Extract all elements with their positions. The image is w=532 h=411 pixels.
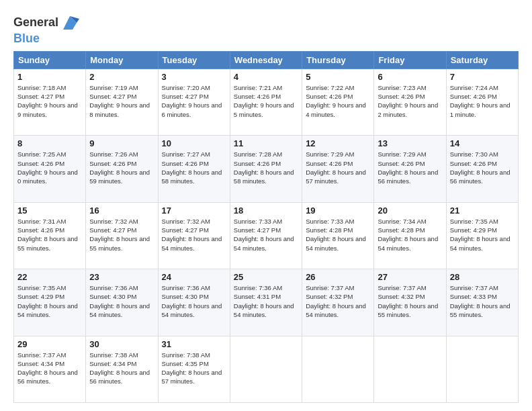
day-number: 5 [306, 72, 370, 82]
calendar-cell: 4Sunrise: 7:21 AMSunset: 4:26 PMDaylight… [230, 68, 302, 135]
calendar-cell: 19Sunrise: 7:33 AMSunset: 4:28 PMDayligh… [302, 202, 374, 269]
day-number: 11 [234, 138, 298, 148]
day-info: Sunrise: 7:23 AMSunset: 4:26 PMDaylight:… [378, 83, 442, 119]
day-number: 10 [162, 138, 226, 148]
logo: General Blue [13, 13, 79, 46]
weekday-header-thursday: Thursday [302, 51, 374, 68]
day-info: Sunrise: 7:33 AMSunset: 4:27 PMDaylight:… [234, 217, 298, 253]
day-number: 22 [17, 272, 82, 282]
weekday-header-friday: Friday [374, 51, 446, 68]
day-number: 16 [89, 205, 154, 216]
calendar-cell: 5Sunrise: 7:22 AMSunset: 4:26 PMDaylight… [302, 68, 374, 135]
day-info: Sunrise: 7:33 AMSunset: 4:28 PMDaylight:… [306, 217, 370, 253]
day-info: Sunrise: 7:24 AMSunset: 4:26 PMDaylight:… [450, 83, 515, 119]
day-info: Sunrise: 7:35 AMSunset: 4:29 PMDaylight:… [450, 217, 515, 253]
day-number: 24 [162, 272, 226, 282]
day-info: Sunrise: 7:34 AMSunset: 4:28 PMDaylight:… [378, 217, 442, 253]
calendar-cell: 12Sunrise: 7:29 AMSunset: 4:26 PMDayligh… [302, 136, 374, 202]
day-info: Sunrise: 7:36 AMSunset: 4:30 PMDaylight:… [162, 283, 226, 319]
day-number: 15 [17, 205, 82, 216]
day-number: 3 [162, 72, 226, 82]
logo-text: General [13, 16, 58, 30]
calendar-cell: 23Sunrise: 7:36 AMSunset: 4:30 PMDayligh… [86, 269, 158, 336]
day-info: Sunrise: 7:35 AMSunset: 4:29 PMDaylight:… [17, 283, 82, 319]
day-info: Sunrise: 7:25 AMSunset: 4:26 PMDaylight:… [17, 150, 82, 185]
calendar-cell: 17Sunrise: 7:32 AMSunset: 4:27 PMDayligh… [158, 202, 230, 269]
day-info: Sunrise: 7:29 AMSunset: 4:26 PMDaylight:… [378, 150, 442, 185]
calendar-cell: 28Sunrise: 7:37 AMSunset: 4:33 PMDayligh… [446, 269, 518, 336]
calendar-cell: 16Sunrise: 7:32 AMSunset: 4:27 PMDayligh… [86, 202, 158, 269]
day-info: Sunrise: 7:32 AMSunset: 4:27 PMDaylight:… [162, 217, 226, 253]
calendar-cell [374, 336, 446, 402]
calendar-cell: 7Sunrise: 7:24 AMSunset: 4:26 PMDaylight… [446, 68, 518, 135]
day-info: Sunrise: 7:38 AMSunset: 4:35 PMDaylight:… [162, 351, 226, 386]
calendar-cell [302, 336, 374, 402]
day-number: 4 [234, 72, 298, 82]
day-number: 23 [89, 272, 154, 282]
day-number: 6 [378, 72, 442, 82]
day-info: Sunrise: 7:30 AMSunset: 4:26 PMDaylight:… [450, 150, 515, 185]
weekday-header-saturday: Saturday [446, 51, 518, 68]
day-info: Sunrise: 7:37 AMSunset: 4:33 PMDaylight:… [450, 283, 515, 319]
day-info: Sunrise: 7:36 AMSunset: 4:30 PMDaylight:… [89, 283, 154, 319]
day-number: 30 [89, 339, 154, 349]
calendar-cell: 13Sunrise: 7:29 AMSunset: 4:26 PMDayligh… [374, 136, 446, 202]
calendar-cell: 21Sunrise: 7:35 AMSunset: 4:29 PMDayligh… [446, 202, 518, 269]
calendar-cell: 9Sunrise: 7:26 AMSunset: 4:26 PMDaylight… [86, 136, 158, 202]
day-info: Sunrise: 7:31 AMSunset: 4:26 PMDaylight:… [17, 217, 82, 253]
day-info: Sunrise: 7:32 AMSunset: 4:27 PMDaylight:… [89, 217, 154, 253]
day-number: 1 [17, 72, 82, 82]
day-number: 9 [89, 138, 154, 148]
weekday-header-sunday: Sunday [14, 51, 86, 68]
calendar-table: SundayMondayTuesdayWednesdayThursdayFrid… [13, 51, 519, 403]
day-number: 19 [306, 205, 370, 216]
weekday-header-wednesday: Wednesday [230, 51, 302, 68]
day-number: 13 [378, 138, 442, 148]
day-number: 8 [17, 138, 82, 148]
day-number: 18 [234, 205, 298, 216]
page: General Blue SundayMondayTuesdayWednesda… [0, 0, 532, 411]
day-info: Sunrise: 7:21 AMSunset: 4:26 PMDaylight:… [234, 83, 298, 119]
day-number: 21 [450, 205, 515, 216]
calendar-cell: 14Sunrise: 7:30 AMSunset: 4:26 PMDayligh… [446, 136, 518, 202]
day-info: Sunrise: 7:20 AMSunset: 4:27 PMDaylight:… [162, 83, 226, 119]
day-number: 31 [162, 339, 226, 349]
day-info: Sunrise: 7:28 AMSunset: 4:26 PMDaylight:… [234, 150, 298, 185]
calendar-cell: 2Sunrise: 7:19 AMSunset: 4:27 PMDaylight… [86, 68, 158, 135]
calendar-cell: 26Sunrise: 7:37 AMSunset: 4:32 PMDayligh… [302, 269, 374, 336]
weekday-header-monday: Monday [86, 51, 158, 68]
calendar-cell: 25Sunrise: 7:36 AMSunset: 4:31 PMDayligh… [230, 269, 302, 336]
day-number: 12 [306, 138, 370, 148]
day-number: 17 [162, 205, 226, 216]
day-number: 7 [450, 72, 515, 82]
calendar-cell: 6Sunrise: 7:23 AMSunset: 4:26 PMDaylight… [374, 68, 446, 135]
calendar-cell: 24Sunrise: 7:36 AMSunset: 4:30 PMDayligh… [158, 269, 230, 336]
calendar-cell: 22Sunrise: 7:35 AMSunset: 4:29 PMDayligh… [14, 269, 86, 336]
day-number: 14 [450, 138, 515, 148]
day-info: Sunrise: 7:36 AMSunset: 4:31 PMDaylight:… [234, 283, 298, 319]
day-number: 26 [306, 272, 370, 282]
weekday-header-tuesday: Tuesday [158, 51, 230, 68]
day-number: 27 [378, 272, 442, 282]
calendar-cell: 31Sunrise: 7:38 AMSunset: 4:35 PMDayligh… [158, 336, 230, 402]
calendar-cell: 3Sunrise: 7:20 AMSunset: 4:27 PMDaylight… [158, 68, 230, 135]
day-info: Sunrise: 7:18 AMSunset: 4:27 PMDaylight:… [17, 83, 82, 119]
calendar-cell: 1Sunrise: 7:18 AMSunset: 4:27 PMDaylight… [14, 68, 86, 135]
day-info: Sunrise: 7:29 AMSunset: 4:26 PMDaylight:… [306, 150, 370, 185]
calendar-cell: 29Sunrise: 7:37 AMSunset: 4:34 PMDayligh… [14, 336, 86, 402]
calendar-cell: 27Sunrise: 7:37 AMSunset: 4:32 PMDayligh… [374, 269, 446, 336]
calendar-cell [446, 336, 518, 402]
logo-blue: Blue [13, 32, 79, 46]
calendar-cell: 20Sunrise: 7:34 AMSunset: 4:28 PMDayligh… [374, 202, 446, 269]
day-info: Sunrise: 7:27 AMSunset: 4:26 PMDaylight:… [162, 150, 226, 185]
calendar-cell: 10Sunrise: 7:27 AMSunset: 4:26 PMDayligh… [158, 136, 230, 202]
day-info: Sunrise: 7:38 AMSunset: 4:34 PMDaylight:… [89, 351, 154, 386]
day-number: 28 [450, 272, 515, 282]
day-number: 25 [234, 272, 298, 282]
calendar-cell: 11Sunrise: 7:28 AMSunset: 4:26 PMDayligh… [230, 136, 302, 202]
day-number: 2 [89, 72, 154, 82]
calendar-cell: 15Sunrise: 7:31 AMSunset: 4:26 PMDayligh… [14, 202, 86, 269]
day-info: Sunrise: 7:22 AMSunset: 4:26 PMDaylight:… [306, 83, 370, 119]
logo-icon [60, 13, 79, 32]
calendar-cell: 18Sunrise: 7:33 AMSunset: 4:27 PMDayligh… [230, 202, 302, 269]
